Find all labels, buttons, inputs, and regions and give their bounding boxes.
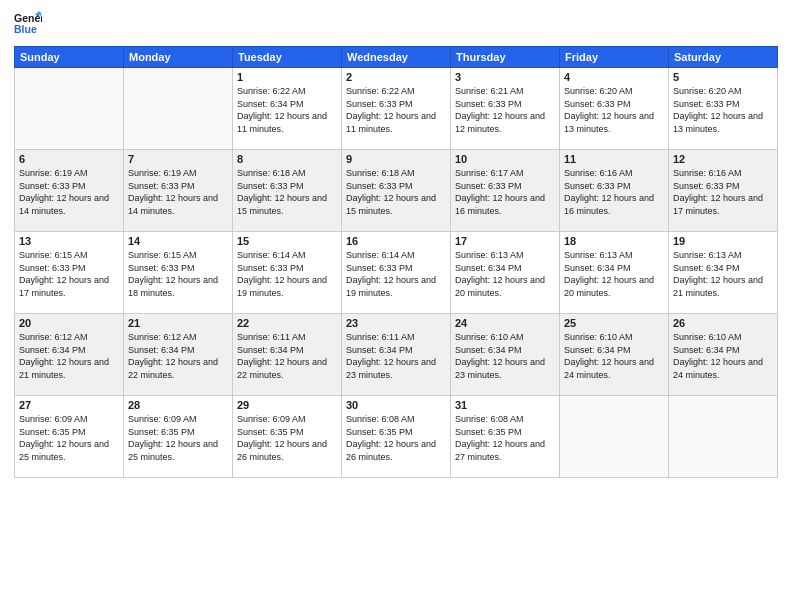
calendar-cell: 11Sunrise: 6:16 AMSunset: 6:33 PMDayligh… xyxy=(560,150,669,232)
day-number: 22 xyxy=(237,317,337,329)
day-number: 1 xyxy=(237,71,337,83)
calendar-cell: 21Sunrise: 6:12 AMSunset: 6:34 PMDayligh… xyxy=(124,314,233,396)
day-info: Sunrise: 6:19 AMSunset: 6:33 PMDaylight:… xyxy=(19,167,119,217)
calendar-cell: 5Sunrise: 6:20 AMSunset: 6:33 PMDaylight… xyxy=(669,68,778,150)
day-number: 20 xyxy=(19,317,119,329)
day-number: 9 xyxy=(346,153,446,165)
weekday-header-tuesday: Tuesday xyxy=(233,47,342,68)
day-info: Sunrise: 6:10 AMSunset: 6:34 PMDaylight:… xyxy=(564,331,664,381)
day-info: Sunrise: 6:22 AMSunset: 6:33 PMDaylight:… xyxy=(346,85,446,135)
day-number: 25 xyxy=(564,317,664,329)
calendar-row: 6Sunrise: 6:19 AMSunset: 6:33 PMDaylight… xyxy=(15,150,778,232)
day-number: 10 xyxy=(455,153,555,165)
day-info: Sunrise: 6:20 AMSunset: 6:33 PMDaylight:… xyxy=(673,85,773,135)
day-info: Sunrise: 6:13 AMSunset: 6:34 PMDaylight:… xyxy=(455,249,555,299)
calendar-header-row: SundayMondayTuesdayWednesdayThursdayFrid… xyxy=(15,47,778,68)
day-info: Sunrise: 6:19 AMSunset: 6:33 PMDaylight:… xyxy=(128,167,228,217)
day-info: Sunrise: 6:22 AMSunset: 6:34 PMDaylight:… xyxy=(237,85,337,135)
calendar-cell: 8Sunrise: 6:18 AMSunset: 6:33 PMDaylight… xyxy=(233,150,342,232)
calendar-cell xyxy=(15,68,124,150)
calendar-cell: 15Sunrise: 6:14 AMSunset: 6:33 PMDayligh… xyxy=(233,232,342,314)
day-info: Sunrise: 6:13 AMSunset: 6:34 PMDaylight:… xyxy=(564,249,664,299)
calendar-cell: 9Sunrise: 6:18 AMSunset: 6:33 PMDaylight… xyxy=(342,150,451,232)
calendar-cell: 26Sunrise: 6:10 AMSunset: 6:34 PMDayligh… xyxy=(669,314,778,396)
weekday-header-friday: Friday xyxy=(560,47,669,68)
weekday-header-thursday: Thursday xyxy=(451,47,560,68)
calendar-cell: 25Sunrise: 6:10 AMSunset: 6:34 PMDayligh… xyxy=(560,314,669,396)
calendar-cell: 4Sunrise: 6:20 AMSunset: 6:33 PMDaylight… xyxy=(560,68,669,150)
day-info: Sunrise: 6:08 AMSunset: 6:35 PMDaylight:… xyxy=(346,413,446,463)
svg-text:Blue: Blue xyxy=(14,23,37,35)
day-number: 16 xyxy=(346,235,446,247)
calendar-cell: 3Sunrise: 6:21 AMSunset: 6:33 PMDaylight… xyxy=(451,68,560,150)
day-info: Sunrise: 6:14 AMSunset: 6:33 PMDaylight:… xyxy=(346,249,446,299)
logo-icon: General Blue xyxy=(14,10,42,38)
day-number: 26 xyxy=(673,317,773,329)
day-number: 21 xyxy=(128,317,228,329)
calendar-cell: 22Sunrise: 6:11 AMSunset: 6:34 PMDayligh… xyxy=(233,314,342,396)
day-number: 18 xyxy=(564,235,664,247)
calendar-cell: 17Sunrise: 6:13 AMSunset: 6:34 PMDayligh… xyxy=(451,232,560,314)
day-info: Sunrise: 6:11 AMSunset: 6:34 PMDaylight:… xyxy=(346,331,446,381)
calendar-row: 20Sunrise: 6:12 AMSunset: 6:34 PMDayligh… xyxy=(15,314,778,396)
calendar-cell xyxy=(560,396,669,478)
day-info: Sunrise: 6:17 AMSunset: 6:33 PMDaylight:… xyxy=(455,167,555,217)
day-number: 4 xyxy=(564,71,664,83)
day-info: Sunrise: 6:15 AMSunset: 6:33 PMDaylight:… xyxy=(128,249,228,299)
calendar-cell: 29Sunrise: 6:09 AMSunset: 6:35 PMDayligh… xyxy=(233,396,342,478)
calendar-cell: 16Sunrise: 6:14 AMSunset: 6:33 PMDayligh… xyxy=(342,232,451,314)
day-number: 5 xyxy=(673,71,773,83)
calendar-cell: 20Sunrise: 6:12 AMSunset: 6:34 PMDayligh… xyxy=(15,314,124,396)
day-number: 19 xyxy=(673,235,773,247)
day-info: Sunrise: 6:08 AMSunset: 6:35 PMDaylight:… xyxy=(455,413,555,463)
calendar-cell: 6Sunrise: 6:19 AMSunset: 6:33 PMDaylight… xyxy=(15,150,124,232)
weekday-header-saturday: Saturday xyxy=(669,47,778,68)
day-number: 11 xyxy=(564,153,664,165)
calendar-cell: 1Sunrise: 6:22 AMSunset: 6:34 PMDaylight… xyxy=(233,68,342,150)
day-number: 2 xyxy=(346,71,446,83)
calendar-cell: 14Sunrise: 6:15 AMSunset: 6:33 PMDayligh… xyxy=(124,232,233,314)
day-info: Sunrise: 6:14 AMSunset: 6:33 PMDaylight:… xyxy=(237,249,337,299)
page: General Blue SundayMondayTuesdayWednesda… xyxy=(0,0,792,612)
calendar-cell: 2Sunrise: 6:22 AMSunset: 6:33 PMDaylight… xyxy=(342,68,451,150)
weekday-header-sunday: Sunday xyxy=(15,47,124,68)
calendar-cell: 28Sunrise: 6:09 AMSunset: 6:35 PMDayligh… xyxy=(124,396,233,478)
day-number: 15 xyxy=(237,235,337,247)
day-info: Sunrise: 6:09 AMSunset: 6:35 PMDaylight:… xyxy=(237,413,337,463)
day-info: Sunrise: 6:18 AMSunset: 6:33 PMDaylight:… xyxy=(237,167,337,217)
calendar-cell: 13Sunrise: 6:15 AMSunset: 6:33 PMDayligh… xyxy=(15,232,124,314)
day-number: 3 xyxy=(455,71,555,83)
weekday-header-wednesday: Wednesday xyxy=(342,47,451,68)
day-number: 14 xyxy=(128,235,228,247)
day-info: Sunrise: 6:16 AMSunset: 6:33 PMDaylight:… xyxy=(564,167,664,217)
calendar-cell: 23Sunrise: 6:11 AMSunset: 6:34 PMDayligh… xyxy=(342,314,451,396)
calendar-cell: 10Sunrise: 6:17 AMSunset: 6:33 PMDayligh… xyxy=(451,150,560,232)
day-number: 28 xyxy=(128,399,228,411)
calendar-cell: 24Sunrise: 6:10 AMSunset: 6:34 PMDayligh… xyxy=(451,314,560,396)
day-info: Sunrise: 6:16 AMSunset: 6:33 PMDaylight:… xyxy=(673,167,773,217)
calendar-cell: 18Sunrise: 6:13 AMSunset: 6:34 PMDayligh… xyxy=(560,232,669,314)
day-number: 12 xyxy=(673,153,773,165)
day-number: 13 xyxy=(19,235,119,247)
weekday-header-monday: Monday xyxy=(124,47,233,68)
calendar-table: SundayMondayTuesdayWednesdayThursdayFrid… xyxy=(14,46,778,478)
day-info: Sunrise: 6:11 AMSunset: 6:34 PMDaylight:… xyxy=(237,331,337,381)
logo: General Blue xyxy=(14,10,42,38)
day-info: Sunrise: 6:21 AMSunset: 6:33 PMDaylight:… xyxy=(455,85,555,135)
day-number: 29 xyxy=(237,399,337,411)
calendar-cell: 31Sunrise: 6:08 AMSunset: 6:35 PMDayligh… xyxy=(451,396,560,478)
day-number: 27 xyxy=(19,399,119,411)
calendar-cell: 27Sunrise: 6:09 AMSunset: 6:35 PMDayligh… xyxy=(15,396,124,478)
calendar-cell: 7Sunrise: 6:19 AMSunset: 6:33 PMDaylight… xyxy=(124,150,233,232)
calendar-cell xyxy=(124,68,233,150)
day-number: 30 xyxy=(346,399,446,411)
day-number: 31 xyxy=(455,399,555,411)
day-info: Sunrise: 6:09 AMSunset: 6:35 PMDaylight:… xyxy=(19,413,119,463)
day-info: Sunrise: 6:10 AMSunset: 6:34 PMDaylight:… xyxy=(455,331,555,381)
calendar-cell: 19Sunrise: 6:13 AMSunset: 6:34 PMDayligh… xyxy=(669,232,778,314)
day-info: Sunrise: 6:12 AMSunset: 6:34 PMDaylight:… xyxy=(19,331,119,381)
header: General Blue xyxy=(14,10,778,38)
day-number: 24 xyxy=(455,317,555,329)
day-info: Sunrise: 6:09 AMSunset: 6:35 PMDaylight:… xyxy=(128,413,228,463)
day-number: 6 xyxy=(19,153,119,165)
